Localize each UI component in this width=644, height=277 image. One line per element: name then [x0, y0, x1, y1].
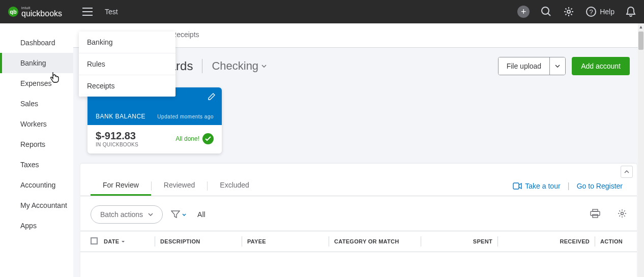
all-done-text: All done! — [175, 135, 199, 142]
balance-sublabel: IN QUICKBOOKS — [96, 142, 175, 147]
transactions-panel: For Review Reviewed Excluded Take a tour… — [80, 164, 637, 277]
column-header-spent[interactable]: SPENT — [426, 238, 492, 244]
batch-actions-label: Batch actions — [100, 210, 143, 219]
hamburger-menu-icon[interactable] — [82, 8, 93, 16]
gear-icon[interactable] — [563, 6, 574, 17]
file-upload-dropdown[interactable] — [549, 57, 565, 75]
go-to-register-link[interactable]: Go to Register — [577, 182, 623, 190]
separator — [202, 59, 202, 73]
svg-rect-7 — [593, 214, 598, 218]
account-card[interactable]: BANK BALANCE Updated moments ago $-912.8… — [87, 87, 222, 153]
collapse-panel-button[interactable] — [621, 166, 633, 178]
column-header-date[interactable]: DATE — [104, 238, 150, 244]
sidebar-item-taxes[interactable]: Taxes — [0, 155, 73, 175]
funnel-icon — [171, 210, 180, 219]
separator: | — [568, 181, 570, 191]
svg-text:?: ? — [590, 8, 593, 16]
svg-rect-6 — [591, 211, 600, 216]
account-selector[interactable]: Checking — [212, 59, 267, 73]
settings-icon[interactable] — [618, 209, 627, 220]
take-a-tour-link[interactable]: Take a tour — [513, 182, 560, 190]
tab-excluded[interactable]: Excluded — [208, 176, 261, 196]
column-header-action: ACTION — [600, 238, 627, 244]
caret-down-icon — [148, 213, 153, 216]
logo[interactable]: qb intuit quickbooks — [8, 6, 62, 18]
account-selector-label: Checking — [212, 59, 258, 73]
help-button[interactable]: ? Help — [586, 6, 614, 17]
column-header-description[interactable]: DESCRIPTION — [160, 238, 237, 244]
sidebar-item-dashboard[interactable]: Dashboard — [0, 33, 73, 53]
bell-icon[interactable] — [626, 6, 636, 17]
file-upload-button-group: File upload — [498, 57, 566, 75]
batch-actions-button[interactable]: Batch actions — [91, 205, 163, 224]
logo-badge-icon: qb — [8, 7, 18, 17]
flyout-item-rules[interactable]: Rules — [79, 53, 175, 75]
sidebar-item-accounting[interactable]: Accounting — [0, 175, 73, 195]
company-name[interactable]: Test — [105, 8, 118, 16]
sidebar-item-apps[interactable]: Apps — [0, 216, 73, 236]
chevron-up-icon — [624, 170, 629, 173]
flyout-item-receipts[interactable]: Receipts — [79, 75, 175, 97]
sidebar-item-workers[interactable]: Workers — [0, 114, 73, 134]
banking-flyout-menu: Banking Rules Receipts — [79, 32, 175, 97]
svg-point-8 — [621, 212, 624, 215]
review-tab-bar: For Review Reviewed Excluded Take a tour… — [80, 164, 637, 196]
sidebar-item-expenses[interactable]: Expenses — [0, 73, 73, 94]
top-bar: qb intuit quickbooks Test + ? Help — [0, 0, 644, 23]
sidebar-item-reports[interactable]: Reports — [0, 134, 73, 155]
sidebar-item-my-accountant[interactable]: My Accountant — [0, 195, 73, 216]
filter-all-label: All — [197, 210, 206, 219]
edit-account-button[interactable] — [208, 93, 216, 103]
tab-reviewed[interactable]: Reviewed — [152, 176, 207, 196]
svg-point-0 — [542, 7, 549, 14]
sort-desc-icon — [121, 240, 125, 243]
select-all-checkbox[interactable] — [91, 237, 104, 245]
svg-point-1 — [567, 10, 570, 13]
help-label: Help — [600, 8, 614, 16]
video-icon — [513, 182, 522, 190]
print-icon[interactable] — [590, 209, 600, 220]
caret-down-icon — [555, 65, 560, 68]
tab-for-review[interactable]: For Review — [91, 176, 151, 196]
sidebar-item-banking[interactable]: Banking — [0, 53, 73, 73]
help-icon: ? — [586, 6, 597, 17]
svg-rect-4 — [513, 183, 519, 189]
vertical-scrollbar[interactable]: ▲ — [638, 23, 644, 277]
bank-balance-label: BANK BALANCE — [96, 113, 145, 120]
scroll-up-icon: ▲ — [638, 23, 644, 30]
sidebar: Dashboard Banking Expenses Sales Workers… — [0, 23, 73, 277]
check-icon — [202, 133, 214, 144]
file-upload-button[interactable]: File upload — [499, 57, 550, 75]
caret-down-icon — [182, 213, 186, 216]
updated-text: Updated moments ago — [157, 114, 214, 119]
column-header-received[interactable]: RECEIVED — [503, 238, 590, 244]
column-header-payee[interactable]: PAYEE — [247, 238, 324, 244]
filter-button[interactable] — [171, 210, 186, 219]
add-new-button[interactable]: + — [517, 6, 530, 18]
take-a-tour-label: Take a tour — [525, 182, 560, 190]
logo-quickbooks-text: quickbooks — [21, 10, 62, 18]
add-account-button[interactable]: Add account — [572, 57, 630, 75]
table-header-row: DATE DESCRIPTION PAYEE CATEGORY OR MATCH… — [80, 231, 637, 252]
plus-icon: + — [517, 6, 530, 18]
flyout-item-banking[interactable]: Banking — [79, 32, 175, 53]
column-header-category[interactable]: CATEGORY OR MATCH — [334, 238, 416, 244]
filter-row: Batch actions All — [80, 196, 637, 231]
pencil-icon — [208, 93, 216, 101]
scrollbar-thumb[interactable] — [638, 32, 643, 50]
sidebar-item-sales[interactable]: Sales — [0, 94, 73, 114]
balance-amount: $-912.83 — [96, 130, 175, 142]
search-icon[interactable] — [541, 6, 552, 17]
caret-down-icon — [261, 65, 267, 68]
